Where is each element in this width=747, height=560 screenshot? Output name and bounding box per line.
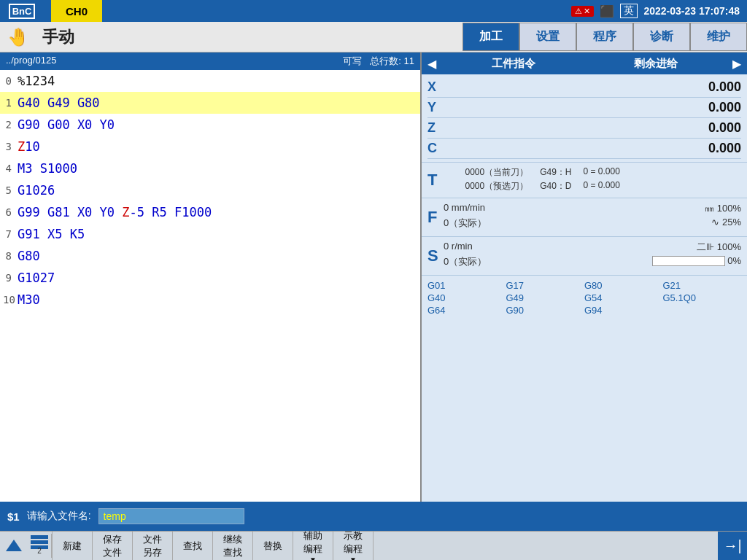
code-editor[interactable]: 0 %1234 1 G40 G49 G80 2 G90 G00 X0 Y0 3 … xyxy=(0,70,420,502)
code-line-0: 0 %1234 xyxy=(0,70,420,92)
logo-icon: BnC xyxy=(9,4,36,19)
gcode-empty xyxy=(663,305,742,316)
tab-settings[interactable]: 设置 xyxy=(519,23,576,51)
code-line-5: 5 G1026 xyxy=(0,179,420,201)
main-area: ../prog/0125 可写 总行数: 11 0 %1234 1 G40 G4… xyxy=(0,52,747,502)
saveas-button[interactable]: 文件另存 xyxy=(133,532,173,560)
alarm-icon: ⚠ ✕ xyxy=(571,6,594,17)
s-label: S xyxy=(427,240,444,272)
svg-rect-1 xyxy=(31,535,48,539)
gcode-g54: G54 xyxy=(584,292,663,303)
coord-row-y: Y 0.000 xyxy=(427,98,741,118)
tab-maintenance[interactable]: 维护 xyxy=(690,23,747,51)
code-line-8: 8 G80 xyxy=(0,245,420,267)
layers-icon-area: 2 xyxy=(28,534,52,558)
datetime-display: 2022-03-23 17:07:48 xyxy=(643,5,740,17)
code-line-10: 10 M30 xyxy=(0,289,420,311)
coords-section: X 0.000 Y 0.000 Z 0.000 C 0.000 xyxy=(422,74,747,162)
right-tab-remaining[interactable]: 剩余进给 xyxy=(584,57,727,71)
gcode-g40: G40 xyxy=(427,292,506,303)
right-panel: ◀ 工件指令 剩余进给 ▶ X 0.000 Y 0.000 Z 0.000 C … xyxy=(422,52,747,502)
f-values: 0 mm/min ㎜ 100% 0（实际） ∿ 25% xyxy=(444,201,741,230)
s-row1: 0 r/min 二⊪ 100% xyxy=(444,240,741,254)
t-preset-tool: 0000（预选刀） G40：D 0 = 0.000 xyxy=(465,179,619,193)
lang-display: 英 xyxy=(620,4,638,18)
header-status: ⚠ ✕ ⬛ 英 2022-03-23 17:07:48 xyxy=(571,4,747,18)
file-status: 可写 总行数: 11 xyxy=(343,55,414,68)
header-bar: BnC CH0 ⚠ ✕ ⬛ 英 2022-03-23 17:07:48 xyxy=(0,0,747,22)
mode-label: 手动 xyxy=(36,26,462,48)
s-row2: 0（实际） 0% xyxy=(444,254,741,269)
coord-row-c: C 0.000 xyxy=(427,139,741,159)
svg-marker-0 xyxy=(6,540,22,551)
find-button[interactable]: 查找 xyxy=(173,532,213,560)
new-button[interactable]: 新建 xyxy=(53,532,93,560)
logo-area: BnC xyxy=(0,0,44,22)
file-bar: ../prog/0125 可写 总行数: 11 xyxy=(0,52,420,70)
toolbar: 2 新建 保存文件 文件另存 查找 继续查找 替换 辅助编程▼ 示教编程▼ →| xyxy=(0,531,747,560)
gcode-g64: G64 xyxy=(427,305,506,316)
code-line-4: 4 M3 S1000 xyxy=(0,158,420,179)
right-tab-workpiece[interactable]: 工件指令 xyxy=(442,57,584,71)
gcode-g94: G94 xyxy=(584,305,663,316)
file-path: ../prog/0125 xyxy=(6,55,56,68)
code-line-2: 2 G90 G00 X0 Y0 xyxy=(0,114,420,136)
t-current-tool: 0000（当前刀） G49：H 0 = 0.000 xyxy=(465,166,619,179)
save-button[interactable]: 保存文件 xyxy=(93,532,133,560)
nav-right-button[interactable]: ▶ xyxy=(727,52,747,74)
status-bar: $1 请输入文件名: xyxy=(0,502,747,531)
assist-button[interactable]: 辅助编程▼ xyxy=(293,532,333,560)
code-line-3: 3 Z10 xyxy=(0,136,420,158)
f-row1: 0 mm/min ㎜ 100% xyxy=(444,201,741,216)
gcode-g17: G17 xyxy=(506,280,585,291)
findnext-button[interactable]: 继续查找 xyxy=(213,532,253,560)
tab-machining[interactable]: 加工 xyxy=(462,23,519,51)
up-icon xyxy=(6,538,22,554)
toolbar-up-button[interactable] xyxy=(0,538,28,554)
coord-row-z: Z 0.000 xyxy=(427,118,741,139)
t-section: T 0000（当前刀） G49：H 0 = 0.000 0000（预选刀） G4… xyxy=(422,162,747,198)
gcode-g01: G01 xyxy=(427,280,506,291)
code-line-6: 6 G99 G81 X0 Y0 Z-5 R5 F1000 xyxy=(0,201,420,223)
svg-rect-2 xyxy=(31,540,48,544)
filename-input[interactable] xyxy=(98,508,244,524)
gcode-g21: G21 xyxy=(663,280,742,291)
t-label: T xyxy=(427,166,437,195)
gcode-g49: G49 xyxy=(506,292,585,303)
mode-bar: 🤚 手动 加工 设置 程序 诊断 维护 xyxy=(0,22,747,52)
right-tab-bar: ◀ 工件指令 剩余进给 ▶ xyxy=(422,52,747,74)
gcode-grid: G01 G17 G80 G21 G40 G49 G54 G5.1Q0 G64 G… xyxy=(422,275,747,320)
gcode-g51q0: G5.1Q0 xyxy=(663,292,742,303)
s-values: 0 r/min 二⊪ 100% 0（实际） 0% xyxy=(444,240,741,269)
toolbar-arrow-button[interactable]: →| xyxy=(718,532,747,560)
replace-button[interactable]: 替换 xyxy=(253,532,293,560)
toolbar-nav-group: 2 xyxy=(0,532,53,560)
f-row2: 0（实际） ∿ 25% xyxy=(444,216,741,230)
channel-tab[interactable]: CH0 xyxy=(51,0,102,22)
s-section: S 0 r/min 二⊪ 100% 0（实际） 0% xyxy=(422,236,747,275)
s-progress-bar xyxy=(652,256,725,266)
gcode-g90: G90 xyxy=(506,305,585,316)
gcode-g80: G80 xyxy=(584,280,663,291)
tab-diagnosis[interactable]: 诊断 xyxy=(633,23,690,51)
tab-program[interactable]: 程序 xyxy=(576,23,633,51)
left-panel: ../prog/0125 可写 总行数: 11 0 %1234 1 G40 G4… xyxy=(0,52,422,502)
code-line-1: 1 G40 G49 G80 xyxy=(0,92,420,114)
nav-left-button[interactable]: ◀ xyxy=(422,52,442,74)
code-line-9: 9 G1027 xyxy=(0,267,420,289)
hand-icon: 🤚 xyxy=(7,27,29,47)
f-section: F 0 mm/min ㎜ 100% 0（实际） ∿ 25% xyxy=(422,198,747,236)
t-info: 0000（当前刀） G49：H 0 = 0.000 0000（预选刀） G40：… xyxy=(465,166,619,193)
code-line-7: 7 G91 X5 K5 xyxy=(0,223,420,245)
f-label: F xyxy=(427,201,444,233)
filename-prompt: 请输入文件名: xyxy=(27,510,91,523)
teach-button[interactable]: 示教编程▼ xyxy=(333,532,374,560)
monitor-icon: ⬛ xyxy=(600,4,614,18)
hand-icon-area: 🤚 xyxy=(0,27,36,47)
channel-label: $1 xyxy=(7,510,20,523)
nav-tabs: 加工 设置 程序 诊断 维护 xyxy=(462,23,747,51)
coord-row-x: X 0.000 xyxy=(427,77,741,98)
